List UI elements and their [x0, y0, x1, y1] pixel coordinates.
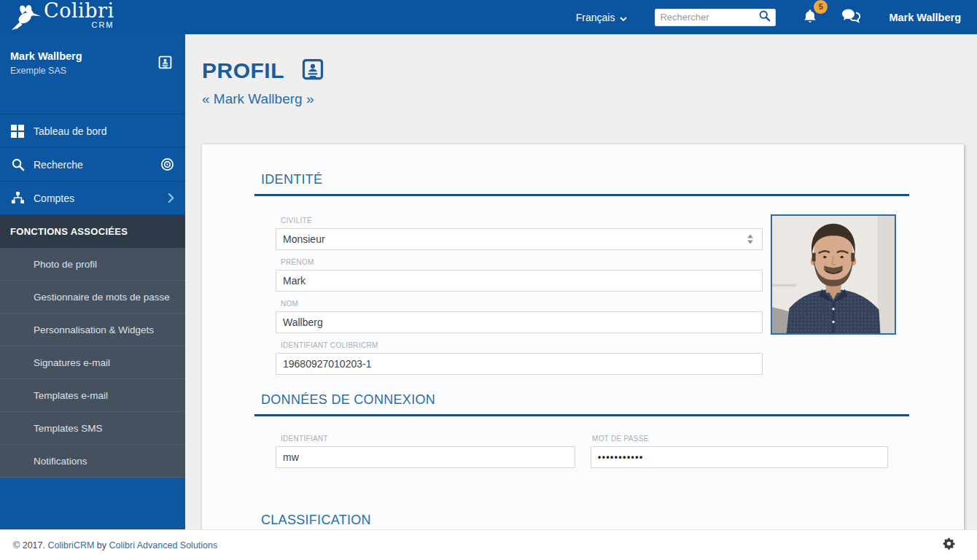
vcard-icon: [302, 58, 324, 84]
company-link[interactable]: Colibri Advanced Solutions: [109, 540, 218, 551]
firstname-label: PRÉNOM: [281, 258, 314, 266]
sidebar-item-notifications[interactable]: Notifications: [0, 445, 185, 478]
firstname-input[interactable]: [276, 270, 763, 292]
target-icon[interactable]: [160, 158, 174, 171]
lastname-input[interactable]: [276, 311, 763, 333]
sidebar-item-password-manager[interactable]: Gestionnaire de mots de passe: [0, 281, 185, 314]
section-heading-classification: CLASSIFICATION: [261, 513, 371, 528]
profile-card: IDENTITÉ CIVILITÉ Monsieur PRÉNOM NOM ID…: [202, 144, 964, 529]
profile-photo: [771, 214, 896, 335]
lastname-label: NOM: [281, 300, 298, 308]
copyright-by: by: [97, 540, 106, 551]
login-input[interactable]: [276, 446, 575, 468]
spinner-arrows-icon[interactable]: [747, 235, 753, 244]
section-heading-identity: IDENTITÉ: [261, 172, 322, 187]
sidebar-item-label: Comptes: [34, 192, 74, 204]
brand-name: Colibri: [44, 0, 114, 22]
copyright-prefix: © 2017.: [13, 540, 45, 551]
chat-button[interactable]: [841, 8, 861, 27]
notifications-badge: 5: [814, 0, 828, 14]
civility-label: CIVILITÉ: [281, 217, 312, 225]
sidebar-item-personalization[interactable]: Personnalisation & Widgets: [0, 314, 185, 346]
hierarchy-icon: [10, 191, 25, 205]
sidebar-item-search[interactable]: Recherche: [0, 148, 185, 182]
topbar: Colibri CRM Français: [0, 0, 977, 34]
grid-icon: [10, 125, 25, 138]
crm-id-label: IDENTIFIANT COLIBRICRM: [281, 341, 378, 349]
topbar-right: Français 5: [576, 8, 961, 27]
vcard-icon[interactable]: [158, 55, 172, 72]
main-content: PROFIL « Mark Wallberg » IDENTITÉ CIVILI…: [185, 34, 977, 529]
language-dropdown[interactable]: Français: [576, 12, 628, 23]
sidebar-section-header: FONCTIONS ASSOCIÉES: [0, 215, 185, 248]
footer: © 2017. ColibriCRM by Colibri Advanced S…: [0, 529, 977, 560]
section-heading-connection: DONNÉES DE CONNEXION: [261, 392, 435, 408]
sidebar-item-email-signatures[interactable]: Signatures e-mail: [0, 346, 185, 379]
sidebar-item-label: Recherche: [34, 159, 83, 171]
brand-logo[interactable]: Colibri CRM: [10, 0, 185, 35]
page-subtitle: « Mark Wallberg »: [202, 91, 314, 107]
section-underline: [254, 414, 909, 416]
sidebar: Mark Wallberg Exemple SAS Tableau de bor…: [0, 34, 185, 529]
search-icon: [10, 158, 25, 171]
gear-icon: [943, 537, 955, 553]
sidebar-item-profile-photo[interactable]: Photo de profil: [0, 248, 185, 281]
civility-value: Monsieur: [283, 233, 325, 245]
password-input[interactable]: •••••••••••: [591, 446, 888, 468]
sidebar-item-accounts[interactable]: Comptes: [0, 182, 185, 215]
notifications-button[interactable]: 5: [802, 8, 818, 27]
copyright: © 2017. ColibriCRM by Colibri Advanced S…: [13, 540, 217, 551]
global-search: [655, 9, 776, 26]
sidebar-item-label: Tableau de bord: [34, 125, 106, 137]
civility-select[interactable]: Monsieur: [276, 228, 763, 250]
sidebar-user-name: Mark Wallberg: [10, 50, 82, 62]
settings-button[interactable]: [943, 537, 955, 553]
page-title-row: PROFIL: [202, 58, 324, 84]
login-label: IDENTIFIANT: [281, 435, 328, 443]
crm-id-input[interactable]: [276, 353, 763, 375]
sidebar-item-email-templates[interactable]: Templates e-mail: [0, 379, 185, 412]
search-input[interactable]: [660, 12, 758, 23]
page-title: PROFIL: [202, 58, 284, 83]
app-window: Colibri CRM Français: [0, 0, 977, 560]
password-label: MOT DE PASSE: [592, 435, 649, 443]
caret-down-icon: [620, 12, 627, 23]
hummingbird-icon: [10, 3, 41, 35]
language-label: Français: [576, 12, 615, 23]
sidebar-user-card[interactable]: Mark Wallberg Exemple SAS: [0, 34, 185, 114]
chevron-right-icon: [168, 192, 174, 203]
chat-icon: [841, 14, 861, 26]
sidebar-item-sms-templates[interactable]: Templates SMS: [0, 412, 185, 445]
search-icon[interactable]: [758, 9, 771, 25]
colibricrm-link[interactable]: ColibriCRM: [47, 540, 94, 551]
brand-text: Colibri CRM: [44, 0, 114, 29]
bell-icon: [802, 14, 818, 26]
section-underline: [254, 194, 909, 196]
topbar-user-name[interactable]: Mark Wallberg: [889, 12, 961, 23]
sidebar-user-company: Exemple SAS: [10, 66, 66, 76]
sidebar-item-dashboard[interactable]: Tableau de bord: [0, 114, 185, 148]
